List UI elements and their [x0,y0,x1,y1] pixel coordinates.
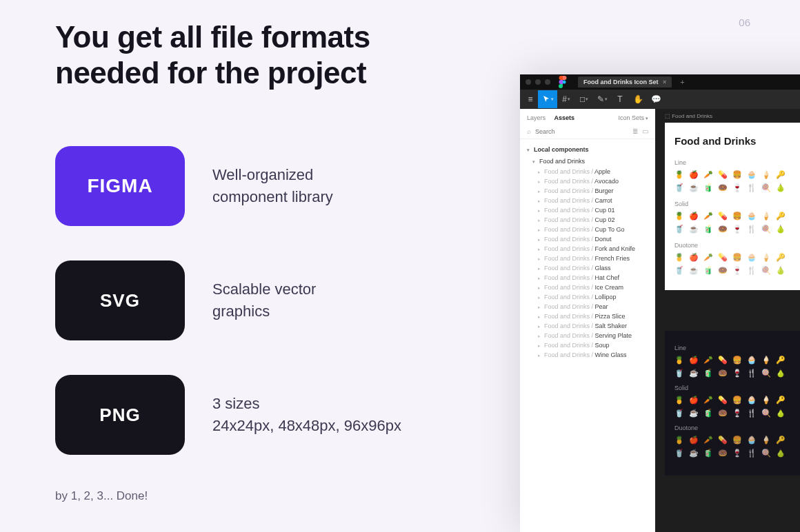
pen-tool[interactable]: ✎▾ [593,90,611,108]
food-icon: 🧃 [703,449,712,458]
food-icon: 🍎 [689,170,698,179]
icon-row: 🍍🍎🥕💊🍔🧁🍦🔑 [674,436,800,444]
food-icon: 🍍 [674,170,683,179]
asset-item[interactable]: ▸Food and Drinks / Lollipop [527,292,655,302]
food-icon: 🍴 [747,409,756,418]
food-icon: 🍦 [761,436,770,444]
food-icon: 🥕 [703,212,712,221]
food-icon: 🍭 [761,183,770,192]
food-icon: 🍎 [689,253,698,262]
asset-item[interactable]: ▸Food and Drinks / Serving Plate [527,331,655,340]
food-icon: ☕ [689,183,698,192]
asset-item[interactable]: ▸Food and Drinks / French Fries [527,254,655,263]
assets-tree: ▾Local components ▾Food and Drinks ▸Food… [520,139,655,360]
food-icon: 🍍 [674,253,683,262]
icon-row: 🍍🍎🥕💊🍔🧁🍦🔑 [674,253,800,262]
food-icon: 🧁 [747,253,756,262]
food-icon: 🍴 [747,369,756,378]
food-icon: 🍩 [718,183,727,192]
food-icon: 💊 [718,356,727,365]
asset-item[interactable]: ▸Food and Drinks / Ice Cream [527,283,655,292]
asset-item[interactable]: ▸Food and Drinks / Pizza Slice [527,311,655,321]
asset-item[interactable]: ▸Food and Drinks / Donut [527,234,655,244]
assets-tab[interactable]: Assets [554,114,575,121]
food-icon: 🍔 [732,356,741,365]
format-row-png: PNG 3 sizes 24x24px, 48x48px, 96x96px [55,375,441,455]
food-icon: 🧁 [747,356,756,365]
food-icon: 🧃 [703,266,712,275]
food-icon: 🍩 [718,449,727,458]
food-icon: 🍐 [776,449,785,458]
move-tool[interactable]: ▾ [538,90,557,108]
list-view-icon[interactable]: ≣ [632,127,638,135]
local-components-group[interactable]: ▾Local components [527,143,655,156]
menu-icon[interactable]: ≡ [523,90,538,108]
food-icon: 🧁 [747,436,756,444]
text-tool[interactable]: T [611,90,629,108]
food-icon: 💊 [718,212,727,221]
file-tab[interactable]: Food and Drinks Icon Set × [578,76,672,88]
layers-tab[interactable]: Layers [527,114,546,121]
food-icon: 🍔 [732,253,741,262]
headline-line-1: You get all file formats [55,20,370,54]
food-icon: 🍍 [674,212,683,221]
asset-item[interactable]: ▸Food and Drinks / Cup 02 [527,215,655,225]
asset-item[interactable]: ▸Food and Drinks / Soup [527,340,655,350]
food-icon: 🥕 [703,170,712,179]
food-icon: 🔑 [776,356,785,365]
food-icon: 🍴 [747,449,756,458]
close-icon[interactable]: × [663,79,666,85]
food-icon: 🥤 [674,409,683,418]
main-group[interactable]: ▾Food and Drinks [527,156,655,167]
food-icon: 🍐 [776,266,785,275]
food-icon: 🍐 [776,183,785,192]
food-icon: 🍩 [718,409,727,418]
food-icon: 🥤 [674,183,683,192]
asset-item[interactable]: ▸Food and Drinks / Salt Shaker [527,321,655,331]
asset-item[interactable]: ▸Food and Drinks / Apple [527,167,655,176]
food-icon: 🍐 [776,369,785,378]
asset-item[interactable]: ▸Food and Drinks / Fork and Knife [527,244,655,254]
food-icon: 🥤 [674,225,683,234]
food-icon: 🔑 [776,253,785,262]
food-icon: 🍩 [718,369,727,378]
asset-item[interactable]: ▸Food and Drinks / Burger [527,186,655,196]
food-icon: ☕ [689,266,698,275]
artboard-light: Food and Drinks Line 🍍🍎🥕💊🍔🧁🍦🔑 🥤☕🧃🍩🍷🍴🍭🍐 S… [665,123,800,290]
canvas[interactable]: Food and Drinks Food and Drinks Line 🍍🍎🥕… [655,109,800,532]
asset-item[interactable]: ▸Food and Drinks / Cup To Go [527,225,655,234]
food-icon: 🍐 [776,225,785,234]
svg-desc: Scalable vector graphics [212,278,316,323]
food-icon: 🍭 [761,409,770,418]
frame-label[interactable]: Food and Drinks [655,109,800,119]
png-desc: 3 sizes 24x24px, 48x48px, 96x96px [212,393,401,437]
search-icon: ⌕ [527,127,531,135]
food-icon: 🍦 [761,253,770,262]
food-icon: 🍴 [747,183,756,192]
format-row-svg: SVG Scalable vector graphics [55,260,441,340]
library-icon[interactable]: ▭ [642,127,648,135]
food-icon: 🍷 [732,369,741,378]
asset-item[interactable]: ▸Food and Drinks / Pear [527,302,655,311]
asset-item[interactable]: ▸Food and Drinks / Wine Glass [527,350,655,360]
shape-tool[interactable]: □▾ [575,90,593,108]
figma-logo-icon [559,78,567,86]
page-select[interactable]: Icon Sets▾ [618,114,648,121]
asset-item[interactable]: ▸Food and Drinks / Carrot [527,196,655,205]
food-icon: 💊 [718,396,727,405]
food-icon: ☕ [689,225,698,234]
hand-tool[interactable]: ✋ [629,90,647,108]
new-tab-button[interactable]: + [680,78,684,86]
frame-tool[interactable]: #▾ [557,90,575,108]
toolbar: ≡ ▾ #▾ □▾ ✎▾ T ✋ 💬 [520,90,800,109]
asset-item[interactable]: ▸Food and Drinks / Glass [527,263,655,273]
icon-row: 🍍🍎🥕💊🍔🧁🍦🔑 [674,170,800,179]
asset-item[interactable]: ▸Food and Drinks / Avocado [527,176,655,186]
asset-item[interactable]: ▸Food and Drinks / Hat Chef [527,273,655,283]
food-icon: 🍩 [718,266,727,275]
comment-tool[interactable]: 💬 [647,90,665,108]
artboard-dark: Line 🍍🍎🥕💊🍔🧁🍦🔑 🥤☕🧃🍩🍷🍴🍭🍐 Solid 🍍🍎🥕💊🍔🧁🍦🔑 🥤☕… [665,331,800,475]
asset-item[interactable]: ▸Food and Drinks / Cup 01 [527,205,655,215]
food-icon: 🍴 [747,225,756,234]
search-input[interactable] [535,128,628,135]
